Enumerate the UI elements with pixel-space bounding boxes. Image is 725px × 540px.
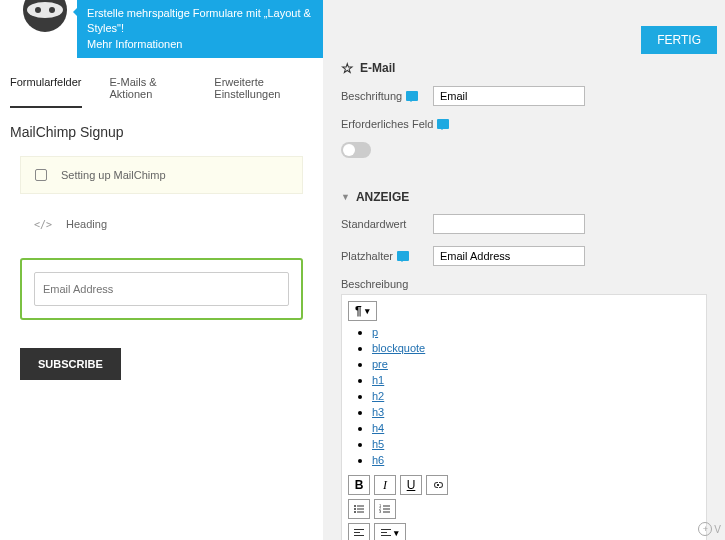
align-dropdown[interactable] bbox=[374, 523, 406, 540]
format-p[interactable]: p bbox=[372, 326, 378, 338]
svg-point-3 bbox=[49, 7, 55, 13]
format-h2[interactable]: h2 bbox=[372, 390, 384, 402]
form-title: MailChimp Signup bbox=[0, 108, 323, 156]
rich-text-editor: ¶ p blockquote pre h1 h2 h3 h4 h5 h6 B I… bbox=[341, 294, 707, 540]
section-header-display[interactable]: ▼ ANZEIGE bbox=[341, 190, 707, 204]
format-h6[interactable]: h6 bbox=[372, 454, 384, 466]
svg-rect-20 bbox=[381, 532, 387, 533]
info-text: Setting up MailChimp bbox=[61, 169, 166, 181]
label-placeholder: Platzhalter bbox=[341, 250, 423, 262]
svg-point-1 bbox=[27, 2, 63, 18]
default-value-input[interactable] bbox=[433, 214, 585, 234]
format-h3[interactable]: h3 bbox=[372, 406, 384, 418]
format-h1[interactable]: h1 bbox=[372, 374, 384, 386]
label-description: Beschreibung bbox=[341, 278, 707, 290]
help-icon[interactable] bbox=[397, 251, 409, 261]
svg-point-8 bbox=[354, 511, 356, 513]
required-toggle[interactable] bbox=[341, 142, 371, 158]
label-required: Erforderliches Feld bbox=[341, 118, 449, 130]
bold-button[interactable]: B bbox=[348, 475, 370, 495]
svg-point-2 bbox=[35, 7, 41, 13]
svg-rect-5 bbox=[357, 506, 364, 507]
collapse-icon: ▼ bbox=[341, 192, 350, 202]
svg-rect-9 bbox=[357, 512, 364, 513]
placeholder-input[interactable] bbox=[433, 246, 585, 266]
italic-button[interactable]: I bbox=[374, 475, 396, 495]
format-blockquote[interactable]: blockquote bbox=[372, 342, 425, 354]
tab-form-fields[interactable]: Formularfelder bbox=[10, 76, 82, 108]
svg-point-6 bbox=[354, 508, 356, 510]
tab-emails-actions[interactable]: E-Mails & Aktionen bbox=[110, 76, 187, 108]
svg-rect-18 bbox=[354, 535, 364, 536]
format-options-list: p blockquote pre h1 h2 h3 h4 h5 h6 bbox=[348, 325, 700, 467]
svg-rect-11 bbox=[383, 506, 390, 507]
format-h4[interactable]: h4 bbox=[372, 422, 384, 434]
section-title-display: ANZEIGE bbox=[356, 190, 409, 204]
selected-email-field[interactable] bbox=[20, 258, 303, 320]
align-left-button[interactable] bbox=[348, 523, 370, 540]
svg-rect-17 bbox=[354, 532, 360, 533]
tab-advanced-settings[interactable]: Erweiterte Einstellungen bbox=[214, 76, 313, 108]
svg-text:3: 3 bbox=[379, 509, 382, 514]
unordered-list-button[interactable] bbox=[348, 499, 370, 519]
section-header-email: ☆ E-Mail bbox=[341, 60, 707, 76]
paragraph-format-button[interactable]: ¶ bbox=[348, 301, 377, 321]
label-default: Standardwert bbox=[341, 218, 423, 230]
svg-rect-13 bbox=[383, 509, 390, 510]
section-title-email: E-Mail bbox=[360, 61, 395, 75]
done-button[interactable]: FERTIG bbox=[641, 26, 717, 54]
email-preview-input[interactable] bbox=[34, 272, 289, 306]
svg-rect-19 bbox=[381, 529, 391, 530]
svg-rect-16 bbox=[354, 529, 364, 530]
subscribe-button[interactable]: SUBSCRIBE bbox=[20, 348, 121, 380]
link-button[interactable] bbox=[426, 475, 448, 495]
help-icon[interactable] bbox=[406, 91, 418, 101]
format-h5[interactable]: h5 bbox=[372, 438, 384, 450]
banner-line1: Erstelle mehrspaltige Formulare mit „Lay… bbox=[87, 6, 313, 37]
svg-rect-7 bbox=[357, 509, 364, 510]
svg-point-4 bbox=[354, 505, 356, 507]
label-caption: Beschriftung bbox=[341, 90, 423, 102]
tab-bar: Formularfelder E-Mails & Aktionen Erweit… bbox=[0, 58, 323, 108]
promo-banner: Erstelle mehrspaltige Formulare mit „Lay… bbox=[0, 0, 323, 58]
heading-label: Heading bbox=[66, 218, 107, 230]
svg-rect-15 bbox=[383, 512, 390, 513]
caption-input[interactable] bbox=[433, 86, 585, 106]
code-icon: </> bbox=[34, 219, 52, 230]
banner-message[interactable]: Erstelle mehrspaltige Formulare mit „Lay… bbox=[77, 0, 323, 58]
help-icon[interactable] bbox=[437, 119, 449, 129]
corner-badge[interactable]: V bbox=[698, 522, 721, 536]
info-box-mailchimp[interactable]: Setting up MailChimp bbox=[20, 156, 303, 194]
info-icon bbox=[35, 169, 47, 181]
format-pre[interactable]: pre bbox=[372, 358, 388, 370]
ordered-list-button[interactable]: 123 bbox=[374, 499, 396, 519]
star-icon: ☆ bbox=[341, 60, 354, 76]
banner-line2: Mehr Informationen bbox=[87, 37, 313, 52]
svg-rect-21 bbox=[381, 535, 391, 536]
ninja-logo bbox=[0, 0, 77, 38]
heading-field-row[interactable]: </> Heading bbox=[20, 218, 303, 258]
underline-button[interactable]: U bbox=[400, 475, 422, 495]
